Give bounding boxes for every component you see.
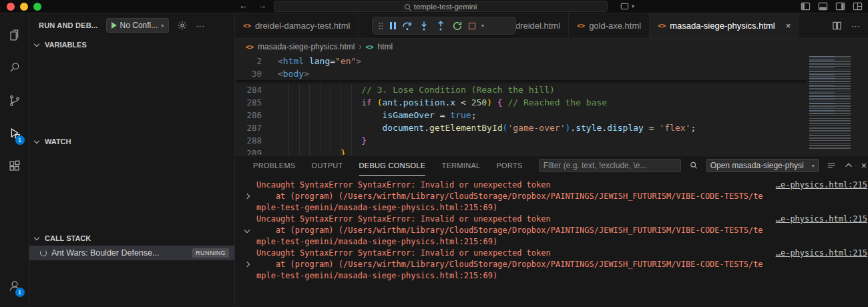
html-file-icon: <> xyxy=(246,43,254,51)
tab-problems[interactable]: PROBLEMS xyxy=(253,156,296,176)
tab-output[interactable]: OUTPUT xyxy=(312,156,343,176)
close-panel-icon[interactable]: × xyxy=(861,161,867,170)
sticky-scroll-lines: 2<html lang="en">30<body> xyxy=(235,55,868,80)
tab-label: masada-siege-physics.html xyxy=(670,21,775,31)
debug-settings-gear-icon[interactable] xyxy=(178,21,187,30)
variables-section-label: VARIABLES xyxy=(45,41,87,49)
restart-button[interactable] xyxy=(452,21,463,31)
tab-terminal[interactable]: TERMINAL xyxy=(441,156,480,176)
tab-masada-siege-physics[interactable]: <> masada-siege-physics.html × xyxy=(650,13,799,38)
search-icon[interactable] xyxy=(689,161,698,170)
close-tab-icon[interactable]: × xyxy=(786,21,791,31)
debug-sessions-badge: 1 xyxy=(15,135,25,145)
watch-section-header[interactable]: WATCH xyxy=(29,134,234,149)
start-debug-icon[interactable] xyxy=(112,22,117,29)
account-badge: 1 xyxy=(15,288,25,297)
source-control-icon xyxy=(7,93,22,108)
console-error-message: Uncaught SyntaxError SyntaxError: Invali… xyxy=(256,248,551,258)
variables-section-body xyxy=(29,52,234,134)
line-number: 285 xyxy=(235,96,262,109)
minimap[interactable] xyxy=(806,55,868,155)
console-stack-line: mple-test-gemini/masada-siege-physics.ht… xyxy=(256,237,497,246)
tab-label: gold-axe.html xyxy=(589,21,641,31)
loading-spinner-icon xyxy=(40,250,47,256)
sidebar-item-run-and-debug[interactable]: 1 xyxy=(0,117,29,149)
console-filter-input[interactable] xyxy=(539,159,681,172)
chevron-down-icon xyxy=(34,41,39,46)
debug-toolbar: ▾ xyxy=(372,17,516,35)
console-error-block: Uncaught SyntaxError SyntaxError: Invali… xyxy=(235,180,868,214)
customize-layout-icon[interactable] xyxy=(853,1,863,11)
console-source-link[interactable]: …e-physics.html:215 xyxy=(776,180,867,191)
call-stack-session-row[interactable]: Ant Wars: Boulder Defense... RUNNING xyxy=(29,246,234,260)
console-error-block: Uncaught SyntaxError SyntaxError: Invali… xyxy=(235,248,868,282)
toggle-secondary-sidebar-icon[interactable] xyxy=(835,1,845,11)
chevron-down-icon[interactable]: ▾ xyxy=(481,23,484,29)
more-actions-icon[interactable]: ··· xyxy=(196,21,204,31)
forward-icon[interactable]: → xyxy=(258,1,266,11)
zoom-window-button[interactable] xyxy=(33,3,41,11)
console-stack-line: mple-test-gemini/masada-siege-physics.ht… xyxy=(256,271,497,280)
split-editor-icon[interactable] xyxy=(832,21,842,31)
drag-grip-icon[interactable] xyxy=(378,21,384,31)
call-stack-section-label: CALL STACK xyxy=(45,234,91,242)
variables-section-header[interactable]: VARIABLES xyxy=(29,37,234,52)
line-number: 284 xyxy=(235,83,262,96)
sidebar-item-explorer[interactable] xyxy=(0,19,29,51)
breadcrumb: <> masada-siege-physics.html › <> html xyxy=(235,39,868,55)
step-over-button[interactable] xyxy=(402,21,413,31)
command-center-label: temple-test-gemini xyxy=(414,3,477,11)
indent-guide xyxy=(288,83,289,155)
tab-gold-axe[interactable]: <> gold-axe.html xyxy=(569,13,650,38)
chevron-down-icon: ▾ xyxy=(632,3,634,9)
back-icon[interactable]: ← xyxy=(239,1,248,11)
sidebar-item-search[interactable] xyxy=(0,51,29,84)
sidebar-item-extensions[interactable] xyxy=(0,149,29,182)
breadcrumb-separator-icon: › xyxy=(359,42,361,51)
sidebar-item-source-control[interactable] xyxy=(0,84,29,117)
tab-debug-console[interactable]: DEBUG CONSOLE xyxy=(359,156,426,176)
stack-expand-chevron-icon[interactable] xyxy=(244,194,250,199)
tab-ports[interactable]: PORTS xyxy=(496,156,522,176)
console-options-icon[interactable] xyxy=(827,161,836,170)
code-editor[interactable]: 2<html lang="en">30<body> 284 // 3. Lose… xyxy=(235,55,868,155)
bottom-panel: PROBLEMS OUTPUT DEBUG CONSOLE TERMINAL P… xyxy=(235,155,868,307)
editor-tab-strip: <> dreidel-damacy-test.html <> 3ddreidel… xyxy=(235,13,868,39)
close-window-button[interactable] xyxy=(7,3,15,11)
call-stack-section-header[interactable]: CALL STACK xyxy=(29,231,234,246)
debug-console-output[interactable]: Uncaught SyntaxError SyntaxError: Invali… xyxy=(235,176,868,307)
toggle-panel-icon[interactable] xyxy=(818,1,828,11)
debug-configuration-dropdown[interactable]: No Confi... ▾ xyxy=(106,18,170,33)
indent-guide xyxy=(309,83,310,155)
new-window-icon[interactable]: ▾ xyxy=(620,1,634,11)
accounts-item[interactable]: 1 xyxy=(0,269,29,302)
extensions-icon xyxy=(7,159,22,174)
html-file-icon: <> xyxy=(577,22,585,29)
code-lines: 284 // 3. Lose Condition (Reach the hill… xyxy=(235,83,868,155)
line-number: 288 xyxy=(235,134,262,147)
running-status-badge: RUNNING xyxy=(192,248,229,258)
console-source-link[interactable]: …e-physics.html:215 xyxy=(776,214,867,225)
pause-button[interactable] xyxy=(390,22,396,29)
breadcrumb-symbol[interactable]: html xyxy=(377,42,393,51)
indent-guide xyxy=(299,83,300,155)
activity-bar: 1 1 xyxy=(0,13,29,307)
step-out-button[interactable] xyxy=(435,21,446,31)
indent-guide xyxy=(351,83,352,155)
step-into-button[interactable] xyxy=(419,21,429,31)
toggle-primary-sidebar-icon[interactable] xyxy=(801,1,811,11)
command-center[interactable]: temple-test-gemini xyxy=(274,1,608,12)
console-session-picker[interactable]: Open masada-siege-physi ▾ xyxy=(706,159,819,172)
maximize-panel-icon[interactable] xyxy=(844,161,853,170)
tab-dreidel-damacy-test[interactable]: <> dreidel-damacy-test.html xyxy=(235,13,359,38)
console-error-block: Uncaught SyntaxError SyntaxError: Invali… xyxy=(235,214,868,248)
more-actions-icon[interactable]: ··· xyxy=(851,21,860,31)
stop-button[interactable] xyxy=(469,23,475,29)
breadcrumb-file[interactable]: masada-siege-physics.html xyxy=(258,42,355,51)
stack-expand-chevron-icon[interactable] xyxy=(244,262,250,267)
console-source-link[interactable]: …e-physics.html:215 xyxy=(776,248,867,259)
minimize-window-button[interactable] xyxy=(20,3,28,11)
console-error-message: Uncaught SyntaxError SyntaxError: Invali… xyxy=(256,180,551,190)
call-stack-session-label: Ant Wars: Boulder Defense... xyxy=(51,248,159,258)
stack-expand-chevron-icon[interactable] xyxy=(244,228,250,233)
